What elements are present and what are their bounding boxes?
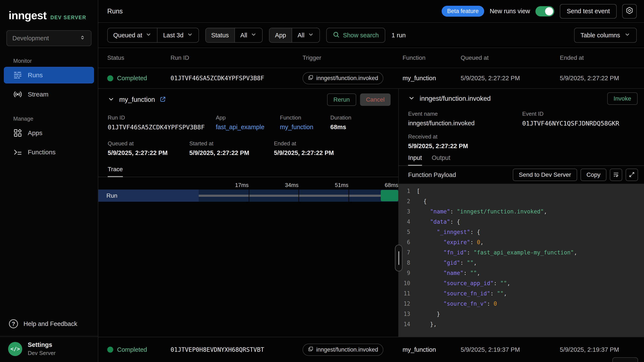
copy-button[interactable]: Copy [580,169,606,181]
workspace-select[interactable]: Development [6,30,92,46]
functions-icon [13,148,22,157]
run-status: Completed [107,346,170,353]
settings-text: Settings Dev Server [28,341,56,357]
external-link-icon[interactable] [160,96,166,103]
code-line: 9 "name": "", [399,268,644,278]
time-range-dropdown[interactable]: Last 3d [157,28,198,42]
function-link[interactable]: my_function [280,124,330,131]
code-line: 11 "source_fn_id": "", [399,288,644,299]
toggle-knob [545,7,553,15]
trace-grid-line [249,189,249,202]
trace-chart: 17ms34ms51ms68ms Run [98,182,398,202]
event-title: inngest/function.invoked [420,95,491,102]
column-header-trigger: Trigger [302,54,402,61]
new-runs-view-toggle[interactable] [536,6,554,16]
chevron-down-icon [251,32,256,39]
settings-row[interactable]: </> Settings Dev Server [0,336,98,362]
event-actions: Invoke [607,92,638,105]
function-field: Function my_function [280,114,330,131]
line-number: 13 [399,311,417,317]
tab-input[interactable]: Input [408,154,422,166]
status-dot-icon [107,347,113,353]
stream-icon [13,90,22,99]
app-link[interactable]: fast_api_example [216,124,280,131]
run-status: Completed [107,75,170,82]
show-search-button[interactable]: Show search [326,28,385,43]
filter-bar: Queued at Last 3d Status All [98,23,644,48]
sidebar-item-runs[interactable]: Runs [4,67,94,83]
tab-output[interactable]: Output [432,154,450,166]
event-name-field: Event name inngest/function.invoked [408,111,522,127]
column-header-queued-at: Queued at [461,54,560,61]
payload-code-editor[interactable]: 1[2 {3 "name": "inngest/function.invoked… [399,184,644,337]
code-line: 10 "source_app_id": "", [399,278,644,288]
trace-tick: 17ms [235,182,249,188]
time-field-dropdown[interactable]: Queued at [108,28,157,42]
runs-icon [13,71,22,80]
send-test-event-button[interactable]: Send test event [560,4,617,18]
app-window: inngest DEV SERVER Development Monitor R… [0,0,644,362]
panel-resize-handle[interactable] [395,245,402,272]
sidebar-item-stream[interactable]: Stream [4,86,94,103]
run-ended-at: 5/9/2025, 2:19:37 PM [560,346,635,353]
event-id-value: 01JTVF46NYC1QSFJDNRDQ58GKR [522,120,634,127]
status-filter-value: All [240,32,247,39]
code-line: 3 "name": "inngest/function.invoked", [399,206,644,217]
table-row[interactable]: Completed 01JTVEP0H8EVDNYXH68QRSTVBT inn… [98,337,644,362]
code-line: 6 "expire": 0, [399,237,644,247]
search-icon [333,31,340,39]
sidebar-item-apps-label: Apps [28,129,42,137]
cancel-button[interactable]: Cancel [360,93,390,106]
gear-icon [626,6,634,16]
line-number: 9 [399,270,417,276]
help-label: Help and Feedback [24,320,77,327]
trigger-badge[interactable]: inngest/function.invoked [302,72,383,84]
table-row[interactable]: Completed 01JTVF46SA5ZCDK4YPFSPV3B8F inn… [98,68,644,89]
show-search-label: Show search [343,32,379,39]
inngest-logo: inngest [8,9,46,22]
collapse-chevron-icon[interactable] [408,95,415,102]
expand-button[interactable] [626,169,638,181]
chevron-down-icon [308,32,314,39]
code-line: 1[ [399,186,644,196]
app-filter-dropdown[interactable]: All [292,28,320,42]
event-name-value: inngest/function.invoked [408,120,522,127]
time-field-value: Queued at [113,32,142,39]
io-tabs: Input Output [399,150,644,166]
trace-tick-row: 17ms34ms51ms68ms [199,182,398,189]
code-lines: 1[2 {3 "name": "inngest/function.invoked… [399,186,644,329]
run-id: 01JTVEP0H8EVDNYXH68QRSTVBT [170,346,302,353]
help-and-feedback[interactable]: ? Help and Feedback [0,314,98,334]
collapse-chevron-icon[interactable] [108,96,114,104]
table-columns-button[interactable]: Table columns [574,28,637,43]
send-to-dev-server-button[interactable]: Send to Dev Server [513,169,577,181]
payload-bar: Function Payload Send to Dev Server Copy [399,166,644,184]
status-filter-dropdown[interactable]: All [234,28,262,42]
settings-gear-button[interactable] [622,4,637,18]
column-header-function: Function [402,54,461,61]
trace-tick: 51ms [335,182,348,188]
run-function: my_function [402,75,461,82]
time-range-value: Last 3d [163,32,183,39]
trace-row-run[interactable]: Run [98,189,398,202]
chevron-down-icon [187,32,193,39]
rerun-button[interactable]: Rerun [327,93,356,106]
beta-feature-badge: Beta feature [442,6,484,17]
run-function: my_function [402,346,461,353]
sidebar-item-apps[interactable]: Apps [4,125,94,141]
bottom-right-button-partial[interactable] [612,357,638,362]
trigger-badge[interactable]: inngest/function.invoked [302,344,383,356]
sidebar-item-functions[interactable]: Functions [4,144,94,161]
tab-trace[interactable]: Trace [108,166,123,177]
line-number: 2 [399,198,417,204]
event-detail-panel: inngest/function.invoked Invoke Event na… [399,89,644,337]
line-number: 1 [399,188,417,194]
updown-chevron-icon [80,35,86,42]
invoke-button[interactable]: Invoke [607,92,638,105]
sidebar-section-manage: Manage [13,116,98,122]
ended-at-field: Ended at 5/9/2025, 2:27:22 PM [274,140,389,157]
word-wrap-button[interactable] [610,169,622,181]
code-line: 7 "fn_id": "fast_api_example-my_function… [399,247,644,258]
run-detail-panel: my_function Rerun Cancel Run ID 01JTVF46… [98,89,399,337]
event-detail-header: inngest/function.invoked Invoke [399,93,644,105]
